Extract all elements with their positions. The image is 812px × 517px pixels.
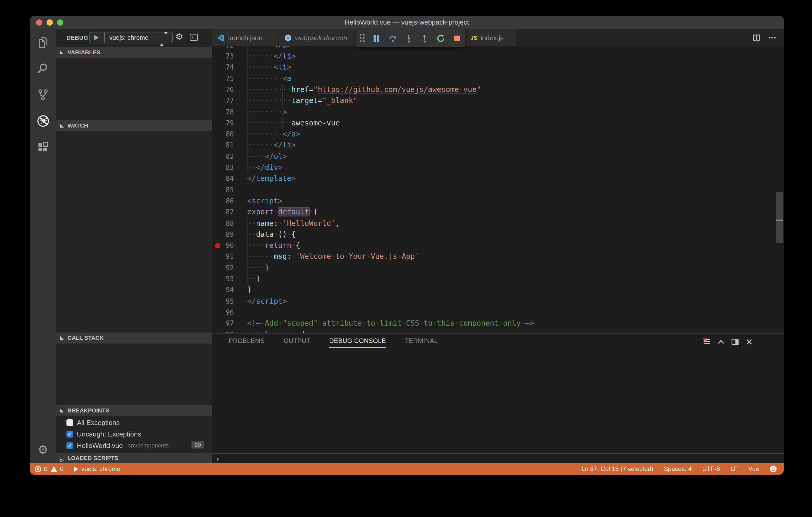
code-line-82[interactable]: 82····</ul> <box>212 151 784 162</box>
code-line-79[interactable]: 79··········awesome-vue <box>212 118 784 129</box>
workbench: ⚙ DEBUG vuejs: chrome ⚙ › <box>30 29 784 463</box>
code-line-88[interactable]: 88··name:·'HelloWorld', <box>212 218 784 229</box>
code-line-77[interactable]: 77··········target="_blank" <box>212 95 784 107</box>
source-control-icon[interactable] <box>30 82 56 108</box>
code-line-95[interactable]: 95</script> <box>212 296 784 307</box>
zoom-window-button[interactable] <box>57 19 63 26</box>
editor-tab-webpack-dev-con[interactable]: webpack.dev.con <box>279 29 356 46</box>
close-window-button[interactable] <box>36 19 42 26</box>
code-line-72[interactable]: 72······</a> <box>212 46 784 51</box>
step-out-button[interactable] <box>417 29 433 47</box>
code-line-90[interactable]: 90····return·{ <box>212 240 784 251</box>
feedback-smiley-icon[interactable] <box>770 465 777 473</box>
breakpoints-section-header[interactable]: BREAKPOINTS <box>56 405 212 416</box>
section-label: WATCH <box>67 122 88 129</box>
code-line-78[interactable]: 78········> <box>212 107 784 118</box>
title-bar: HelloWorld.vue — vuejs-webpack-project <box>30 16 784 29</box>
code-line-86[interactable]: 86<script> <box>212 195 784 207</box>
minimize-window-button[interactable] <box>47 19 53 26</box>
code-line-75[interactable]: 75········<a <box>212 73 784 84</box>
cursor-position-status[interactable]: Ln 87, Col 15 (7 selected) <box>582 465 654 473</box>
panel-tab-problems[interactable]: PROBLEMS <box>229 337 265 347</box>
expanded-twisty-icon <box>60 124 64 127</box>
code-line-96[interactable]: 96 <box>212 307 784 318</box>
code-line-76[interactable]: 76··········href="https://github.com/vue… <box>212 84 784 95</box>
debug-console-input[interactable]: › <box>212 453 784 463</box>
editor-tab-launch-json[interactable]: launch.json <box>212 29 278 46</box>
step-into-button[interactable] <box>401 29 417 47</box>
pause-button[interactable] <box>368 29 384 47</box>
code-text: ······</li> <box>247 51 296 62</box>
code-text: ········</a> <box>247 129 300 140</box>
launch-config-select[interactable]: vuejs: chrome <box>109 32 148 43</box>
panel-tab-debug-console[interactable]: DEBUG CONSOLE <box>329 337 386 347</box>
code-editor[interactable]: 72······</a>73······</li>74······<li>75·… <box>212 46 784 333</box>
step-over-button[interactable] <box>384 29 401 47</box>
breakpoint-item[interactable]: ✓HelloWorld.vuesrc/components90 <box>56 439 212 451</box>
configure-gear-icon[interactable]: ⚙ <box>175 31 183 42</box>
code-line-73[interactable]: 73······</li> <box>212 51 784 62</box>
breakpoint-item[interactable]: All Exceptions <box>56 417 212 428</box>
language-mode-status[interactable]: Vue <box>748 465 759 473</box>
warnings-status[interactable]: 0 <box>50 465 63 473</box>
indentation-status[interactable]: Spaces: 4 <box>664 465 692 473</box>
code-line-97[interactable]: 97<!—·Add·"scoped"·attribute·to·limit·CS… <box>212 318 784 329</box>
debug-icon[interactable] <box>30 108 56 134</box>
code-line-92[interactable]: 92····} <box>212 262 784 273</box>
breakpoint-item[interactable]: ✓Uncaught Exceptions <box>56 428 212 439</box>
checkbox-checked-icon[interactable]: ✓ <box>66 442 73 449</box>
window-title: HelloWorld.vue — vuejs-webpack-project <box>30 16 784 29</box>
stop-button[interactable] <box>449 29 465 47</box>
editor-tab-index-js[interactable]: JSindex.js <box>465 29 516 46</box>
errors-status[interactable]: 0 <box>34 465 47 473</box>
settings-gear-icon[interactable]: ⚙ <box>30 439 56 460</box>
code-line-94[interactable]: 94} <box>212 285 784 296</box>
explorer-icon[interactable] <box>30 29 56 55</box>
line-number: 80 <box>212 129 234 140</box>
panel-tab-terminal[interactable]: TERMINAL <box>405 337 438 347</box>
encoding-status[interactable]: UTF-8 <box>702 465 720 473</box>
eol-status[interactable]: LF <box>730 465 738 473</box>
code-line-93[interactable]: 93··} <box>212 273 784 285</box>
panel-tab-output[interactable]: OUTPUT <box>284 337 310 347</box>
split-panel-icon[interactable] <box>731 338 739 346</box>
code-line-89[interactable]: 89··data·()·{ <box>212 229 784 240</box>
code-line-98[interactable]: 98<style·scoped> <box>212 329 784 333</box>
code-line-74[interactable]: 74······<li> <box>212 62 784 73</box>
checkbox-checked-icon[interactable]: ✓ <box>66 430 73 437</box>
debug-console-toggle-icon[interactable]: › <box>190 34 198 41</box>
vscode-window: HelloWorld.vue — vuejs-webpack-project <box>30 16 784 475</box>
code-line-80[interactable]: 80········</a> <box>212 129 784 140</box>
selected-text: default <box>278 208 309 216</box>
drag-grip-icon[interactable] <box>360 34 365 42</box>
panel-tab-bar: PROBLEMSOUTPUTDEBUG CONSOLETERMINAL <box>229 337 457 347</box>
restart-button[interactable] <box>433 29 449 47</box>
more-actions-icon[interactable] <box>768 33 776 42</box>
debug-target-status[interactable]: vuejs: chrome <box>74 465 120 473</box>
code-line-85[interactable]: 85 <box>212 184 784 195</box>
search-icon[interactable] <box>30 55 56 82</box>
editor-scrollbar[interactable] <box>776 192 783 243</box>
start-debug-icon[interactable] <box>94 35 99 40</box>
clear-console-icon[interactable] <box>703 338 711 346</box>
watch-section-header[interactable]: WATCH <box>56 120 212 131</box>
callstack-section-header[interactable]: CALL STACK <box>56 332 212 343</box>
maximize-panel-icon[interactable] <box>717 338 725 346</box>
js-file-icon: JS <box>470 34 477 41</box>
select-spinner-icon[interactable] <box>160 34 168 44</box>
loaded-scripts-section-header[interactable]: ▷ LOADED SCRIPTS <box>56 453 212 463</box>
close-panel-icon[interactable] <box>745 338 753 346</box>
code-line-81[interactable]: 81······</li> <box>212 140 784 151</box>
breakpoint-label: Uncaught Exceptions <box>77 430 141 438</box>
breakpoint-line-badge: 90 <box>192 441 204 449</box>
code-line-83[interactable]: 83··</div> <box>212 162 784 173</box>
extensions-icon[interactable] <box>30 134 56 160</box>
breakpoint-dot-icon[interactable] <box>215 243 220 248</box>
code-line-87[interactable]: 87export·default·{ <box>212 207 784 218</box>
split-editor-icon[interactable] <box>752 33 761 42</box>
variables-section-header[interactable]: VARIABLES <box>56 47 212 58</box>
code-line-91[interactable]: 91······msg:·'Welcome·to·Your·Vue.js·App… <box>212 251 784 263</box>
checkbox-unchecked-icon[interactable] <box>66 419 73 426</box>
section-label: LOADED SCRIPTS <box>67 455 118 461</box>
code-line-84[interactable]: 84</template> <box>212 173 784 185</box>
